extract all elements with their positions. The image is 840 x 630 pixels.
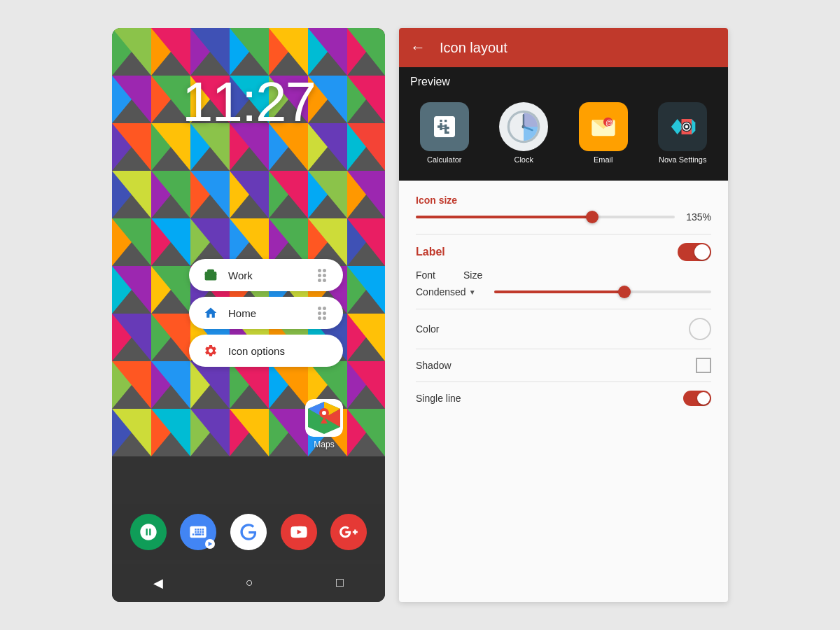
font-col2: Size xyxy=(463,270,482,281)
label-toggle-row: Label xyxy=(416,243,711,261)
menu-item-icon-options[interactable]: Icon options xyxy=(189,335,343,367)
dock-keyboard[interactable] xyxy=(180,514,216,550)
divider-3 xyxy=(416,349,711,349)
email-icon-preview: @ xyxy=(579,102,628,151)
icon-size-slider-row: 135% xyxy=(416,211,711,223)
dock-gplus[interactable] xyxy=(330,514,367,550)
svg-rect-127 xyxy=(205,274,217,275)
settings-header: ← Icon layout xyxy=(399,28,728,67)
briefcase-icon xyxy=(203,267,218,283)
singleline-label: Single line xyxy=(416,393,461,404)
back-button[interactable]: ← xyxy=(410,38,426,57)
nova-settings-icon-preview xyxy=(658,102,707,151)
divider-2 xyxy=(416,309,711,309)
dock-hangouts[interactable] xyxy=(130,514,167,550)
menu-item-work[interactable]: Work xyxy=(189,259,343,291)
font-col1: Font xyxy=(416,270,435,281)
condensed-arrow-icon: ▼ xyxy=(469,288,476,296)
calculator-label-preview: Calculator xyxy=(427,155,462,164)
work-label: Work xyxy=(228,270,308,281)
settings-panel: ← Icon layout Preview Calculator xyxy=(399,28,728,602)
color-row: Color xyxy=(416,318,711,340)
shadow-row: Shadow xyxy=(416,358,711,373)
dock-google[interactable] xyxy=(230,514,267,550)
singleline-knob xyxy=(697,392,710,405)
label-toggle[interactable] xyxy=(678,243,711,261)
calculator-icon-preview xyxy=(420,102,469,151)
preview-label: Preview xyxy=(410,76,717,88)
shadow-label: Shadow xyxy=(416,360,451,371)
svg-text:@: @ xyxy=(606,119,612,127)
preview-calculator: Calculator xyxy=(420,102,469,164)
font-size-row: Font Size xyxy=(416,270,711,281)
condensed-row: Condensed ▼ xyxy=(416,286,711,298)
settings-icon xyxy=(203,343,218,358)
divider-1 xyxy=(416,234,711,234)
phone-clock: 11:27 xyxy=(112,70,385,134)
toggle-knob xyxy=(694,244,710,260)
phone-dock xyxy=(112,504,385,560)
nav-recents[interactable]: □ xyxy=(336,575,344,590)
menu-item-home[interactable]: Home xyxy=(189,297,343,329)
icon-size-value: 135% xyxy=(683,211,711,223)
preview-clock: Clock xyxy=(499,102,548,164)
settings-body: Icon size 135% Label Font Size Condensed xyxy=(399,181,728,602)
singleline-toggle[interactable] xyxy=(683,391,711,406)
preview-section: Preview Calculator xyxy=(399,67,728,181)
maps-label: Maps xyxy=(314,440,334,449)
preview-nova-settings: Nova Settings xyxy=(658,102,707,164)
icon-size-thumb[interactable] xyxy=(586,211,598,223)
home-icon xyxy=(203,305,218,321)
phone-nav: ◀ ○ □ xyxy=(112,564,385,602)
nova-settings-label-preview: Nova Settings xyxy=(659,155,706,164)
svg-point-135 xyxy=(322,411,326,415)
dots-icon-2 xyxy=(318,307,329,320)
preview-email: @ Email xyxy=(579,102,628,164)
phone-panel: 11:27 Work Home xyxy=(112,28,385,602)
color-label: Color xyxy=(416,323,439,335)
icon-size-track[interactable] xyxy=(416,216,675,218)
preview-icons-row: Calculator Clock xyxy=(410,97,717,169)
dots-icon xyxy=(318,269,329,282)
condensed-slider-fill xyxy=(494,290,624,293)
maps-icon-area[interactable]: Maps xyxy=(305,399,343,449)
maps-icon xyxy=(305,399,343,437)
icon-size-title: Icon size xyxy=(416,195,711,206)
icon-options-label: Icon options xyxy=(228,345,329,357)
svg-marker-151 xyxy=(692,119,695,134)
svg-marker-137 xyxy=(209,542,213,546)
condensed-slider-track[interactable] xyxy=(494,290,711,293)
dock-youtube[interactable] xyxy=(281,514,317,550)
singleline-row: Single line xyxy=(416,391,711,406)
shadow-checkbox[interactable] xyxy=(696,358,711,373)
color-picker[interactable] xyxy=(689,318,711,340)
home-label: Home xyxy=(228,307,308,319)
icon-size-fill xyxy=(416,216,592,218)
clock-icon-preview xyxy=(499,102,548,151)
svg-point-150 xyxy=(685,125,688,128)
condensed-slider-thumb[interactable] xyxy=(618,286,631,298)
label-title: Label xyxy=(416,246,445,258)
nav-home[interactable]: ○ xyxy=(246,575,253,590)
context-menu: Work Home xyxy=(189,259,343,367)
divider-4 xyxy=(416,382,711,382)
email-label-preview: Email xyxy=(594,155,613,164)
nav-back[interactable]: ◀ xyxy=(153,575,163,591)
clock-label-preview: Clock xyxy=(514,155,533,164)
settings-title: Icon layout xyxy=(440,40,507,56)
condensed-label[interactable]: Condensed ▼ xyxy=(416,286,476,298)
